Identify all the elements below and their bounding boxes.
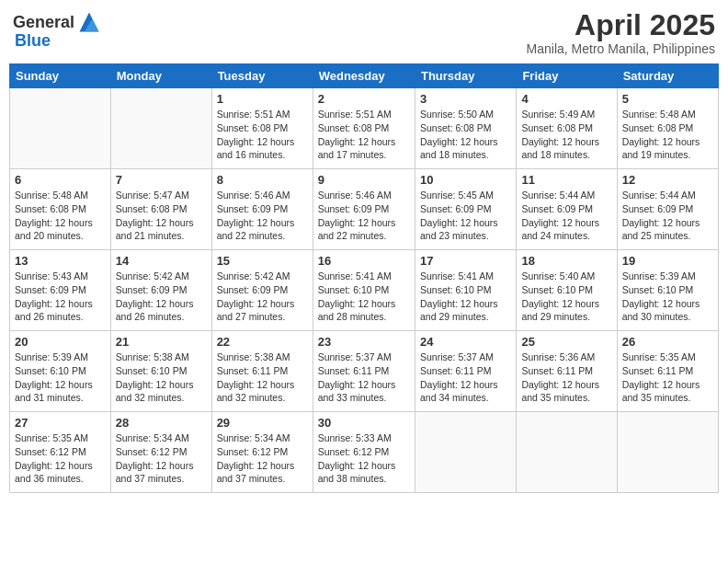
day-info: Sunrise: 5:42 AM Sunset: 6:09 PM Dayligh… xyxy=(116,270,207,324)
day-number: 26 xyxy=(622,335,713,349)
day-info: Sunrise: 5:41 AM Sunset: 6:10 PM Dayligh… xyxy=(420,270,511,324)
calendar-cell: 21Sunrise: 5:38 AM Sunset: 6:10 PM Dayli… xyxy=(110,331,211,412)
day-number: 2 xyxy=(318,92,410,106)
calendar-cell: 15Sunrise: 5:42 AM Sunset: 6:09 PM Dayli… xyxy=(211,250,313,331)
calendar-cell: 27Sunrise: 5:35 AM Sunset: 6:12 PM Dayli… xyxy=(10,412,111,493)
day-info: Sunrise: 5:37 AM Sunset: 6:11 PM Dayligh… xyxy=(318,350,410,405)
day-number: 3 xyxy=(420,92,511,106)
calendar-cell: 24Sunrise: 5:37 AM Sunset: 6:11 PM Dayli… xyxy=(415,331,516,412)
day-number: 5 xyxy=(622,92,713,106)
day-info: Sunrise: 5:40 AM Sunset: 6:10 PM Dayligh… xyxy=(521,270,611,324)
day-info: Sunrise: 5:35 AM Sunset: 6:11 PM Dayligh… xyxy=(622,350,713,405)
day-number: 8 xyxy=(217,173,308,187)
calendar-cell: 14Sunrise: 5:42 AM Sunset: 6:09 PM Dayli… xyxy=(110,250,211,331)
day-info: Sunrise: 5:34 AM Sunset: 6:12 PM Dayligh… xyxy=(116,431,207,486)
week-row: 6Sunrise: 5:48 AM Sunset: 6:08 PM Daylig… xyxy=(10,169,719,250)
weekday-header: Sunday xyxy=(10,64,111,88)
week-row: 27Sunrise: 5:35 AM Sunset: 6:12 PM Dayli… xyxy=(10,412,719,493)
calendar-cell: 5Sunrise: 5:48 AM Sunset: 6:08 PM Daylig… xyxy=(617,88,718,169)
calendar-cell: 16Sunrise: 5:41 AM Sunset: 6:10 PM Dayli… xyxy=(313,250,415,331)
day-number: 11 xyxy=(521,173,611,187)
day-number: 15 xyxy=(217,254,308,268)
calendar-cell: 28Sunrise: 5:34 AM Sunset: 6:12 PM Dayli… xyxy=(110,412,211,493)
day-number: 16 xyxy=(318,254,410,268)
day-number: 20 xyxy=(15,335,106,349)
page-header: General Blue April 2025 Manila, Metro Ma… xyxy=(9,9,719,56)
calendar-cell: 12Sunrise: 5:44 AM Sunset: 6:09 PM Dayli… xyxy=(617,169,718,250)
day-number: 27 xyxy=(15,416,106,430)
calendar-cell: 8Sunrise: 5:46 AM Sunset: 6:09 PM Daylig… xyxy=(211,169,313,250)
calendar-cell: 17Sunrise: 5:41 AM Sunset: 6:10 PM Dayli… xyxy=(415,250,516,331)
day-info: Sunrise: 5:38 AM Sunset: 6:10 PM Dayligh… xyxy=(116,350,207,405)
logo-blue: Blue xyxy=(15,31,51,51)
day-number: 19 xyxy=(622,254,713,268)
day-number: 28 xyxy=(116,416,207,430)
day-number: 21 xyxy=(116,335,207,349)
calendar-cell xyxy=(415,412,516,493)
day-info: Sunrise: 5:43 AM Sunset: 6:09 PM Dayligh… xyxy=(15,270,106,324)
logo-general: General xyxy=(13,13,74,32)
day-info: Sunrise: 5:33 AM Sunset: 6:12 PM Dayligh… xyxy=(318,431,410,486)
day-info: Sunrise: 5:34 AM Sunset: 6:12 PM Dayligh… xyxy=(217,431,308,486)
day-info: Sunrise: 5:39 AM Sunset: 6:10 PM Dayligh… xyxy=(15,350,106,405)
day-number: 1 xyxy=(217,92,308,106)
title-block: April 2025 Manila, Metro Manila, Philipp… xyxy=(527,9,715,56)
day-number: 17 xyxy=(420,254,511,268)
calendar-cell: 18Sunrise: 5:40 AM Sunset: 6:10 PM Dayli… xyxy=(517,250,617,331)
logo: General Blue xyxy=(13,9,102,51)
calendar-cell: 13Sunrise: 5:43 AM Sunset: 6:09 PM Dayli… xyxy=(10,250,111,331)
day-info: Sunrise: 5:49 AM Sunset: 6:08 PM Dayligh… xyxy=(521,108,611,162)
day-number: 29 xyxy=(217,416,308,430)
day-info: Sunrise: 5:36 AM Sunset: 6:11 PM Dayligh… xyxy=(521,350,611,405)
weekday-header: Tuesday xyxy=(211,64,313,88)
calendar-cell: 29Sunrise: 5:34 AM Sunset: 6:12 PM Dayli… xyxy=(211,412,313,493)
day-info: Sunrise: 5:46 AM Sunset: 6:09 PM Dayligh… xyxy=(217,189,308,243)
weekday-header: Friday xyxy=(517,64,617,88)
calendar-cell: 20Sunrise: 5:39 AM Sunset: 6:10 PM Dayli… xyxy=(10,331,111,412)
calendar-cell: 19Sunrise: 5:39 AM Sunset: 6:10 PM Dayli… xyxy=(617,250,718,331)
day-info: Sunrise: 5:39 AM Sunset: 6:10 PM Dayligh… xyxy=(622,270,713,324)
week-row: 13Sunrise: 5:43 AM Sunset: 6:09 PM Dayli… xyxy=(10,250,719,331)
day-number: 18 xyxy=(521,254,611,268)
day-info: Sunrise: 5:51 AM Sunset: 6:08 PM Dayligh… xyxy=(217,108,308,162)
month-title: April 2025 xyxy=(527,9,715,41)
calendar-cell: 23Sunrise: 5:37 AM Sunset: 6:11 PM Dayli… xyxy=(313,331,415,412)
calendar-cell: 26Sunrise: 5:35 AM Sunset: 6:11 PM Dayli… xyxy=(617,331,718,412)
calendar-cell: 6Sunrise: 5:48 AM Sunset: 6:08 PM Daylig… xyxy=(10,169,111,250)
calendar-cell: 1Sunrise: 5:51 AM Sunset: 6:08 PM Daylig… xyxy=(211,88,313,169)
day-number: 9 xyxy=(318,173,410,187)
calendar-cell: 4Sunrise: 5:49 AM Sunset: 6:08 PM Daylig… xyxy=(517,88,617,169)
day-number: 24 xyxy=(420,335,511,349)
calendar-cell: 22Sunrise: 5:38 AM Sunset: 6:11 PM Dayli… xyxy=(211,331,313,412)
day-info: Sunrise: 5:42 AM Sunset: 6:09 PM Dayligh… xyxy=(217,270,308,324)
day-info: Sunrise: 5:35 AM Sunset: 6:12 PM Dayligh… xyxy=(15,431,106,486)
weekday-header-row: SundayMondayTuesdayWednesdayThursdayFrid… xyxy=(10,64,719,88)
day-info: Sunrise: 5:44 AM Sunset: 6:09 PM Dayligh… xyxy=(622,189,713,243)
day-info: Sunrise: 5:41 AM Sunset: 6:10 PM Dayligh… xyxy=(318,270,410,324)
day-info: Sunrise: 5:47 AM Sunset: 6:08 PM Dayligh… xyxy=(116,189,207,243)
day-info: Sunrise: 5:44 AM Sunset: 6:09 PM Dayligh… xyxy=(521,189,611,243)
day-info: Sunrise: 5:48 AM Sunset: 6:08 PM Dayligh… xyxy=(622,108,713,162)
day-number: 22 xyxy=(217,335,308,349)
day-info: Sunrise: 5:37 AM Sunset: 6:11 PM Dayligh… xyxy=(420,350,511,405)
calendar-cell: 7Sunrise: 5:47 AM Sunset: 6:08 PM Daylig… xyxy=(110,169,211,250)
calendar-cell: 30Sunrise: 5:33 AM Sunset: 6:12 PM Dayli… xyxy=(313,412,415,493)
calendar-cell xyxy=(617,412,718,493)
week-row: 1Sunrise: 5:51 AM Sunset: 6:08 PM Daylig… xyxy=(10,88,719,169)
day-number: 30 xyxy=(318,416,410,430)
week-row: 20Sunrise: 5:39 AM Sunset: 6:10 PM Dayli… xyxy=(10,331,719,412)
day-number: 13 xyxy=(15,254,106,268)
day-number: 23 xyxy=(318,335,410,349)
calendar-cell: 2Sunrise: 5:51 AM Sunset: 6:08 PM Daylig… xyxy=(313,88,415,169)
calendar-cell: 10Sunrise: 5:45 AM Sunset: 6:09 PM Dayli… xyxy=(415,169,516,250)
calendar-cell: 3Sunrise: 5:50 AM Sunset: 6:08 PM Daylig… xyxy=(415,88,516,169)
day-number: 7 xyxy=(116,173,207,187)
calendar-cell: 11Sunrise: 5:44 AM Sunset: 6:09 PM Dayli… xyxy=(517,169,617,250)
day-number: 6 xyxy=(15,173,106,187)
calendar-cell xyxy=(517,412,617,493)
weekday-header: Saturday xyxy=(617,64,718,88)
day-info: Sunrise: 5:50 AM Sunset: 6:08 PM Dayligh… xyxy=(420,108,511,162)
day-number: 12 xyxy=(622,173,713,187)
logo-icon xyxy=(76,9,102,35)
calendar-cell: 25Sunrise: 5:36 AM Sunset: 6:11 PM Dayli… xyxy=(517,331,617,412)
